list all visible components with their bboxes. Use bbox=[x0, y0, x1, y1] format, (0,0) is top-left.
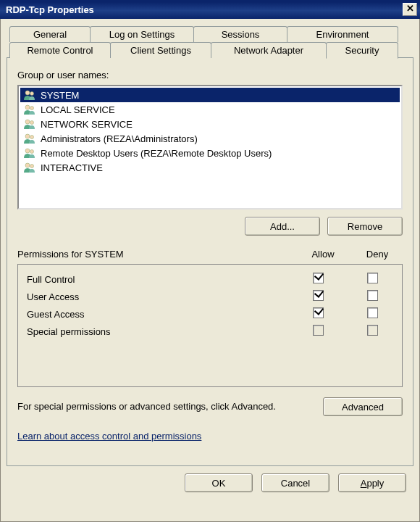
list-item-label: NETWORK SERVICE bbox=[41, 119, 133, 130]
dialog-body: General Log on Settings Sessions Environ… bbox=[0, 19, 420, 522]
button-label: Add... bbox=[270, 221, 295, 232]
svg-point-3 bbox=[30, 107, 34, 110]
svg-point-1 bbox=[30, 92, 34, 96]
svg-point-0 bbox=[25, 91, 30, 95]
permissions-box: Full ControlUser AccessGuest AccessSpeci… bbox=[17, 264, 403, 387]
svg-point-4 bbox=[25, 120, 30, 124]
tab-general[interactable]: General bbox=[9, 26, 91, 42]
list-item[interactable]: Remote Desktop Users (REZA\Remote Deskto… bbox=[20, 146, 400, 160]
cancel-button[interactable]: Cancel bbox=[261, 473, 329, 492]
advanced-row: For special permissions or advanced sett… bbox=[17, 397, 403, 416]
advanced-button[interactable]: Advanced bbox=[323, 397, 403, 416]
deny-header: Deny bbox=[352, 249, 403, 260]
tab-container: General Log on Settings Sessions Environ… bbox=[7, 26, 413, 466]
tab-label: Remote Control bbox=[27, 45, 93, 56]
button-label: OK bbox=[212, 478, 226, 489]
permission-row: Special permissions bbox=[27, 323, 398, 340]
help-link[interactable]: Learn about access control and permissio… bbox=[17, 431, 201, 442]
tab-network-adapter[interactable]: Network Adapter bbox=[211, 42, 327, 58]
tab-label: Client Settings bbox=[130, 45, 191, 56]
tab-label: General bbox=[33, 29, 67, 40]
tab-label: Sessions bbox=[222, 29, 260, 40]
allow-header: Allow bbox=[294, 249, 352, 260]
list-item[interactable]: INTERACTIVE bbox=[20, 160, 400, 175]
deny-checkbox[interactable] bbox=[367, 325, 378, 336]
list-item-label: LOCAL SERVICE bbox=[41, 104, 115, 115]
svg-point-2 bbox=[25, 105, 30, 109]
users-icon bbox=[23, 118, 36, 130]
list-item-label: Remote Desktop Users (REZA\Remote Deskto… bbox=[41, 148, 272, 159]
tab-environment[interactable]: Environment bbox=[287, 26, 398, 42]
tab-row-1: General Log on Settings Sessions Environ… bbox=[7, 26, 413, 42]
users-icon bbox=[23, 89, 36, 101]
list-item[interactable]: Administrators (REZA\Administrators) bbox=[20, 131, 400, 146]
dialog-button-row: OK Cancel Apply bbox=[7, 466, 413, 492]
svg-point-8 bbox=[25, 149, 30, 153]
deny-checkbox[interactable] bbox=[367, 307, 378, 318]
tab-logon-settings[interactable]: Log on Settings bbox=[90, 26, 194, 42]
deny-checkbox[interactable] bbox=[367, 273, 378, 283]
advanced-hint-text: For special permissions or advanced sett… bbox=[17, 401, 316, 413]
add-button[interactable]: Add... bbox=[245, 217, 320, 236]
list-item[interactable]: LOCAL SERVICE bbox=[20, 102, 400, 117]
permission-row: Full Control bbox=[27, 270, 398, 288]
users-listbox[interactable]: SYSTEMLOCAL SERVICENETWORK SERVICEAdmini… bbox=[17, 85, 403, 210]
tab-remote-control[interactable]: Remote Control bbox=[9, 42, 111, 58]
list-item-label: Administrators (REZA\Administrators) bbox=[41, 133, 198, 144]
allow-checkbox[interactable] bbox=[313, 325, 324, 336]
svg-point-10 bbox=[25, 163, 30, 167]
window-title: RDP-Tcp Properties bbox=[3, 4, 403, 15]
allow-checkbox[interactable] bbox=[313, 273, 324, 283]
close-icon: ✕ bbox=[406, 3, 414, 14]
permission-row: User Access bbox=[27, 288, 398, 305]
permission-name: Special permissions bbox=[27, 326, 289, 337]
list-item[interactable]: SYSTEM bbox=[20, 88, 400, 102]
svg-point-7 bbox=[30, 136, 34, 139]
group-users-label: Group or user names: bbox=[17, 70, 403, 80]
tab-label: Security bbox=[345, 45, 379, 56]
users-icon bbox=[23, 147, 36, 159]
users-icon bbox=[23, 162, 36, 173]
allow-checkbox[interactable] bbox=[313, 290, 324, 301]
permission-name: Full Control bbox=[27, 274, 289, 285]
tab-security[interactable]: Security bbox=[326, 42, 398, 59]
apply-button[interactable]: Apply bbox=[338, 473, 406, 492]
list-item-label: INTERACTIVE bbox=[41, 162, 103, 173]
allow-checkbox[interactable] bbox=[313, 307, 324, 318]
deny-checkbox[interactable] bbox=[367, 290, 378, 301]
tab-label: Network Adapter bbox=[234, 45, 303, 56]
ok-button[interactable]: OK bbox=[185, 473, 253, 492]
users-icon bbox=[23, 104, 36, 115]
remove-button[interactable]: Remove bbox=[327, 217, 403, 236]
permissions-for-label: Permissions for SYSTEM bbox=[17, 249, 294, 260]
tab-label: Log on Settings bbox=[109, 29, 175, 40]
svg-point-5 bbox=[30, 121, 34, 125]
button-label: Apply bbox=[361, 478, 385, 489]
svg-point-11 bbox=[30, 165, 34, 168]
tab-label: Environment bbox=[316, 29, 369, 40]
list-item[interactable]: NETWORK SERVICE bbox=[20, 117, 400, 131]
title-bar: RDP-Tcp Properties ✕ bbox=[0, 0, 420, 19]
users-icon bbox=[23, 133, 36, 144]
button-label: Remove bbox=[348, 221, 382, 232]
tab-row-2: Remote Control Client Settings Network A… bbox=[7, 42, 413, 58]
tab-sessions[interactable]: Sessions bbox=[193, 26, 287, 42]
close-button[interactable]: ✕ bbox=[403, 3, 417, 16]
tab-client-settings[interactable]: Client Settings bbox=[110, 42, 211, 58]
tab-panel-security: Group or user names: SYSTEMLOCAL SERVICE… bbox=[7, 57, 413, 466]
svg-point-9 bbox=[30, 150, 34, 154]
button-label: Cancel bbox=[281, 478, 310, 489]
button-label: Advanced bbox=[342, 402, 384, 413]
add-remove-row: Add... Remove bbox=[17, 217, 403, 236]
list-item-label: SYSTEM bbox=[41, 90, 79, 101]
svg-point-6 bbox=[25, 134, 30, 138]
permission-name: Guest Access bbox=[27, 309, 289, 320]
permissions-header: Permissions for SYSTEM Allow Deny bbox=[17, 249, 403, 260]
permission-row: Guest Access bbox=[27, 305, 398, 323]
permission-name: User Access bbox=[27, 291, 289, 302]
